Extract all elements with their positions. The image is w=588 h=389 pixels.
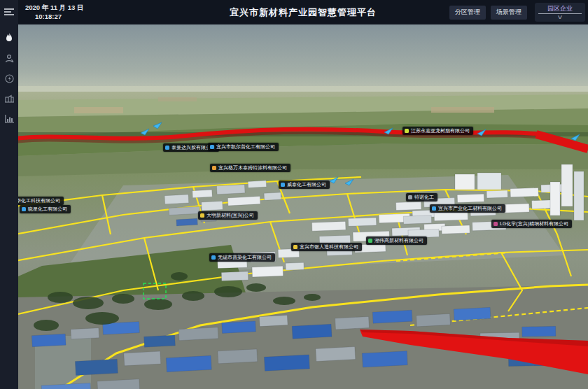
- menu-icon[interactable]: [0, 3, 18, 21]
- company-label-text: 无锡市普染化工有限公司: [218, 255, 272, 260]
- company-label-text: LG化学(宜兴)精细材料有限公司: [500, 221, 568, 227]
- company-logo-icon: [210, 145, 214, 149]
- company-label-text: 特诺化工: [414, 194, 434, 200]
- company-label[interactable]: 兴华化工科技有限公司: [18, 197, 64, 205]
- company-label-text: 宜兴市银人造科技有限公司: [300, 244, 358, 250]
- date-label: 2020 年 11 月 13 日: [25, 3, 83, 12]
- company-logo-icon: [281, 183, 285, 187]
- energy-icon[interactable]: [0, 69, 18, 87]
- time-label: 10:18:27: [25, 12, 83, 21]
- company-label[interactable]: 无锡市普染化工有限公司: [209, 253, 275, 262]
- company-label[interactable]: 宜兴市银人造科技有限公司: [291, 243, 362, 251]
- company-label-text: 江苏永嘉亚龙树脂有限公司: [411, 128, 470, 134]
- personnel-icon[interactable]: [0, 49, 18, 67]
- dropdown-value: 园区企业: [538, 4, 582, 14]
- sidebar: [0, 0, 18, 389]
- company-label[interactable]: 晓星化工有限公司: [20, 205, 71, 213]
- scene-manage-button[interactable]: 场景管理: [491, 6, 527, 20]
- park-enterprise-dropdown[interactable]: 园区企业 ∨: [535, 3, 585, 22]
- company-label[interactable]: 大明新材料(宜兴)公司: [198, 211, 258, 220]
- header-actions: 分区管理 场景管理 园区企业 ∨: [449, 0, 585, 24]
- company-logo-icon: [368, 239, 372, 243]
- company-label[interactable]: 特诺化工: [406, 193, 438, 201]
- company-logo-icon: [405, 129, 409, 133]
- company-label-text: 兴华化工科技有限公司: [18, 198, 60, 204]
- statistics-icon[interactable]: [0, 110, 18, 128]
- company-logo-icon: [408, 195, 412, 199]
- company-logo-icon: [200, 213, 204, 218]
- company-labels-layer: 泰曼达兴胶有限公司宜兴市凯尔普化工有限公司宜兴格万木泰姆特涂料有限公司威泰化工有…: [18, 24, 588, 389]
- company-label[interactable]: LG化学(宜兴)精细材料有限公司: [491, 220, 572, 228]
- company-label-text: 潮伟高新材料有限公司: [374, 238, 424, 243]
- company-logo-icon: [22, 207, 26, 211]
- company-logo-icon: [211, 255, 216, 260]
- datetime: 2020 年 11 月 13 日 10:18:27: [25, 3, 83, 21]
- company-label[interactable]: 潮伟高新材料有限公司: [366, 236, 427, 245]
- company-logo-icon: [493, 222, 498, 226]
- company-label-text: 威泰化工有限公司: [287, 182, 326, 188]
- fire-alarm-icon[interactable]: [0, 29, 18, 47]
- company-label-text: 宜兴市产业化工材料有限公司: [438, 206, 502, 211]
- enterprise-icon[interactable]: [0, 90, 18, 108]
- company-logo-icon: [293, 245, 298, 249]
- company-logo-icon: [432, 206, 436, 211]
- zone-manage-button[interactable]: 分区管理: [449, 6, 486, 20]
- company-label[interactable]: 威泰化工有限公司: [279, 181, 330, 189]
- company-label-text: 大明新材料(宜兴)公司: [206, 213, 254, 218]
- company-logo-icon: [212, 166, 216, 170]
- company-label-text: 宜兴格万木泰姆特涂料有限公司: [218, 165, 287, 171]
- company-label-text: 宜兴市凯尔普化工有限公司: [216, 144, 275, 150]
- company-label[interactable]: 宜兴市产业化工材料有限公司: [430, 204, 505, 213]
- company-label[interactable]: 宜兴市凯尔普化工有限公司: [208, 143, 279, 151]
- map-3d-view[interactable]: 泰曼达兴胶有限公司宜兴市凯尔普化工有限公司宜兴格万木泰姆特涂料有限公司威泰化工有…: [18, 24, 588, 389]
- chevron-down-icon: ∨: [556, 14, 563, 20]
- company-label[interactable]: 宜兴格万木泰姆特涂料有限公司: [210, 164, 290, 172]
- company-label[interactable]: 江苏永嘉亚龙树脂有限公司: [402, 127, 473, 135]
- company-label-text: 晓星化工有限公司: [28, 206, 67, 212]
- top-header: 2020 年 11 月 13 日 10:18:27 宜兴市新材料产业园智慧管理平…: [18, 0, 588, 24]
- company-logo-icon: [165, 146, 169, 150]
